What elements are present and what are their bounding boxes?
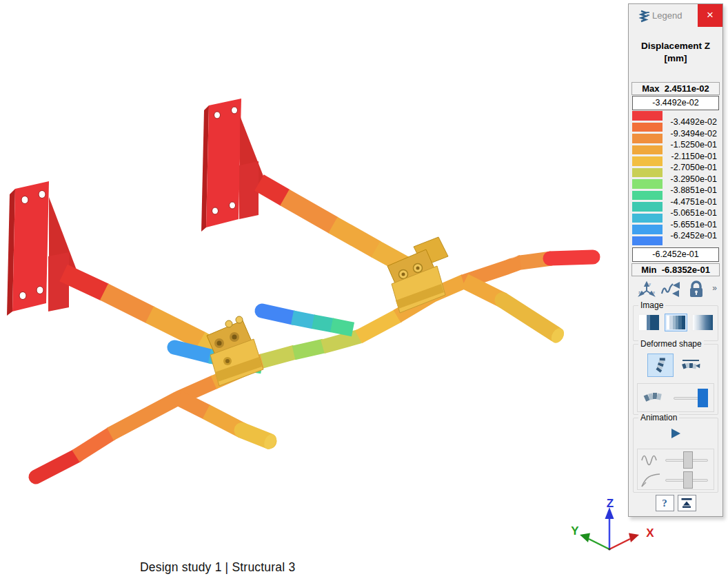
legend-swatch (632, 214, 663, 223)
stub-bar-right (465, 281, 567, 345)
legend-titlebar[interactable]: Legend × (629, 4, 722, 27)
show-deformed-button[interactable] (647, 354, 674, 377)
legend-spring-icon (638, 8, 650, 26)
contour-style-two-tone-button[interactable] (638, 314, 660, 331)
axis-label-z: Z (607, 497, 614, 510)
wall-bracket-left (7, 181, 79, 316)
group-animation-label: Animation (638, 413, 679, 422)
clamp-block-right (387, 237, 448, 313)
legend-swatch (632, 123, 663, 132)
svg-text:x: x (653, 290, 655, 294)
legend-boundary-value: -2.1150e-01 (671, 151, 718, 163)
triad-toggle-icon[interactable]: y z x (637, 280, 656, 302)
contour-style-smooth-button[interactable] (691, 314, 714, 331)
deformed-with-undeformed-button[interactable] (678, 354, 705, 377)
group-animation: Animation (633, 418, 718, 493)
minmax-probe-icon[interactable] (660, 280, 681, 302)
max-value-box: Max 2.4511e-02 (631, 82, 720, 95)
axis-label-y: Y (571, 524, 579, 538)
legend-swatch (632, 156, 663, 166)
study-caption: Design study 1 | Structural 3 (140, 560, 295, 575)
3d-viewport[interactable]: Z Y X (0, 0, 728, 583)
contour-style-banded-button[interactable] (665, 314, 687, 331)
legend-swatch (632, 225, 663, 234)
stub-bar-left (178, 398, 279, 451)
group-image-label: Image (638, 300, 665, 310)
legend-color-bands: -3.4492e-02-9.3494e-02-1.5250e-01-2.1150… (629, 111, 722, 247)
svg-text:z: z (638, 290, 640, 294)
deformed-scale-icon (643, 389, 665, 409)
legend-boundary-value: -2.7050e-01 (671, 162, 717, 174)
lock-icon[interactable] (687, 280, 706, 302)
svg-text:y: y (649, 282, 651, 286)
play-animation-button[interactable] (634, 428, 718, 439)
lower-bound-input[interactable]: -6.2452e-01 (632, 247, 719, 262)
animation-cycles-slider-handle[interactable] (683, 451, 693, 469)
legend-boundary-value: -5.6551e-01 (671, 219, 717, 231)
legend-swatch (632, 111, 663, 121)
legend-title: Legend (652, 10, 682, 21)
deformed-scale-slider-handle[interactable] (698, 389, 708, 407)
legend-panel: Legend × Displacement Z [mm] Max 2.4511e… (628, 3, 723, 517)
axis-label-x: X (646, 526, 654, 540)
legend-boundary-value: -3.2950e-01 (671, 174, 717, 185)
legend-swatch (632, 179, 663, 189)
close-icon[interactable]: × (698, 4, 722, 27)
grip-handle-front (262, 311, 353, 329)
legend-boundary-value: -1.5250e-01 (671, 139, 717, 151)
result-title: Displacement Z [mm] (629, 40, 722, 65)
min-value-box: Min -6.8352e-01 (631, 263, 720, 276)
group-image: Image (633, 305, 718, 341)
animation-speed-icon (640, 471, 663, 492)
group-deformed-shape: Deformed shape (633, 344, 718, 415)
dock-panel-button[interactable] (678, 495, 696, 511)
legend-boundary-value: -6.2452e-01 (671, 230, 717, 242)
help-button[interactable]: ? (656, 495, 674, 511)
legend-swatch (632, 191, 663, 201)
legend-boundary-value: -4.4751e-01 (671, 196, 717, 208)
legend-boundary-value: -3.8851e-01 (671, 185, 717, 196)
animation-sliders-box (637, 449, 714, 490)
group-deformed-label: Deformed shape (638, 339, 704, 349)
legend-boundary-value: -9.3494e-02 (671, 128, 717, 140)
upper-bound-input[interactable]: -3.4492e-02 (632, 96, 719, 110)
wall-bracket-right (201, 99, 269, 232)
legend-swatch (632, 145, 663, 155)
legend-swatch (632, 236, 663, 246)
animation-speed-slider-handle[interactable] (683, 471, 693, 489)
legend-swatch (632, 202, 663, 212)
toolbar-expander[interactable]: » (712, 283, 717, 293)
legend-swatch (632, 134, 663, 143)
legend-toolbar: y z x » (634, 279, 718, 300)
legend-boundary-value: -5.0651e-01 (671, 207, 717, 219)
animation-cycles-icon (640, 451, 663, 473)
deformed-scale-box (637, 383, 714, 412)
legend-swatch (632, 168, 663, 178)
application-window: Z Y X Design study 1 | Structural 3 Lege… (0, 0, 728, 583)
legend-boundary-value: -3.4492e-02 (671, 116, 717, 128)
